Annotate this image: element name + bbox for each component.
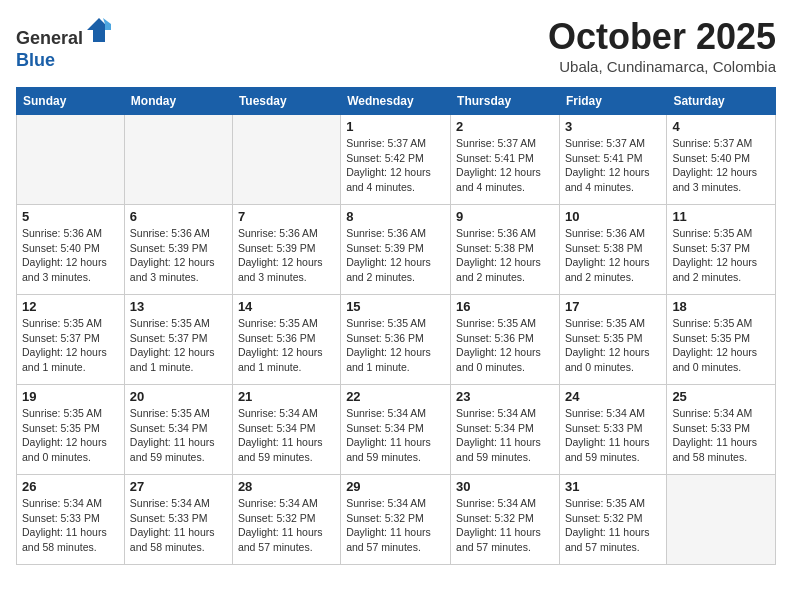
day-info: Sunrise: 5:36 AM Sunset: 5:40 PM Dayligh… (22, 226, 119, 285)
day-number: 8 (346, 209, 445, 224)
day-number: 7 (238, 209, 335, 224)
day-cell: 1Sunrise: 5:37 AM Sunset: 5:42 PM Daylig… (341, 115, 451, 205)
day-number: 14 (238, 299, 335, 314)
day-cell (124, 115, 232, 205)
day-info: Sunrise: 5:34 AM Sunset: 5:33 PM Dayligh… (130, 496, 227, 555)
day-cell (17, 115, 125, 205)
day-info: Sunrise: 5:34 AM Sunset: 5:34 PM Dayligh… (456, 406, 554, 465)
day-cell: 18Sunrise: 5:35 AM Sunset: 5:35 PM Dayli… (667, 295, 776, 385)
day-cell (232, 115, 340, 205)
day-info: Sunrise: 5:35 AM Sunset: 5:37 PM Dayligh… (672, 226, 770, 285)
column-header-monday: Monday (124, 88, 232, 115)
day-number: 23 (456, 389, 554, 404)
day-info: Sunrise: 5:34 AM Sunset: 5:32 PM Dayligh… (456, 496, 554, 555)
day-number: 20 (130, 389, 227, 404)
day-cell: 15Sunrise: 5:35 AM Sunset: 5:36 PM Dayli… (341, 295, 451, 385)
day-cell: 24Sunrise: 5:34 AM Sunset: 5:33 PM Dayli… (559, 385, 666, 475)
day-number: 17 (565, 299, 661, 314)
day-number: 12 (22, 299, 119, 314)
day-number: 11 (672, 209, 770, 224)
week-row-1: 1Sunrise: 5:37 AM Sunset: 5:42 PM Daylig… (17, 115, 776, 205)
day-number: 22 (346, 389, 445, 404)
column-header-wednesday: Wednesday (341, 88, 451, 115)
day-info: Sunrise: 5:36 AM Sunset: 5:39 PM Dayligh… (130, 226, 227, 285)
day-info: Sunrise: 5:35 AM Sunset: 5:35 PM Dayligh… (565, 316, 661, 375)
day-info: Sunrise: 5:35 AM Sunset: 5:36 PM Dayligh… (346, 316, 445, 375)
day-number: 27 (130, 479, 227, 494)
day-number: 19 (22, 389, 119, 404)
column-header-friday: Friday (559, 88, 666, 115)
month-title: October 2025 (548, 16, 776, 58)
day-cell: 2Sunrise: 5:37 AM Sunset: 5:41 PM Daylig… (451, 115, 560, 205)
day-info: Sunrise: 5:36 AM Sunset: 5:39 PM Dayligh… (346, 226, 445, 285)
day-info: Sunrise: 5:34 AM Sunset: 5:33 PM Dayligh… (22, 496, 119, 555)
day-cell: 12Sunrise: 5:35 AM Sunset: 5:37 PM Dayli… (17, 295, 125, 385)
day-number: 24 (565, 389, 661, 404)
day-cell: 25Sunrise: 5:34 AM Sunset: 5:33 PM Dayli… (667, 385, 776, 475)
day-number: 4 (672, 119, 770, 134)
day-cell: 10Sunrise: 5:36 AM Sunset: 5:38 PM Dayli… (559, 205, 666, 295)
day-cell: 7Sunrise: 5:36 AM Sunset: 5:39 PM Daylig… (232, 205, 340, 295)
day-cell: 20Sunrise: 5:35 AM Sunset: 5:34 PM Dayli… (124, 385, 232, 475)
day-number: 16 (456, 299, 554, 314)
week-row-3: 12Sunrise: 5:35 AM Sunset: 5:37 PM Dayli… (17, 295, 776, 385)
day-info: Sunrise: 5:36 AM Sunset: 5:39 PM Dayligh… (238, 226, 335, 285)
day-info: Sunrise: 5:37 AM Sunset: 5:41 PM Dayligh… (456, 136, 554, 195)
day-info: Sunrise: 5:34 AM Sunset: 5:32 PM Dayligh… (238, 496, 335, 555)
day-cell: 11Sunrise: 5:35 AM Sunset: 5:37 PM Dayli… (667, 205, 776, 295)
day-cell: 3Sunrise: 5:37 AM Sunset: 5:41 PM Daylig… (559, 115, 666, 205)
day-info: Sunrise: 5:34 AM Sunset: 5:34 PM Dayligh… (238, 406, 335, 465)
day-number: 2 (456, 119, 554, 134)
day-number: 21 (238, 389, 335, 404)
day-cell: 4Sunrise: 5:37 AM Sunset: 5:40 PM Daylig… (667, 115, 776, 205)
day-number: 10 (565, 209, 661, 224)
day-number: 29 (346, 479, 445, 494)
day-info: Sunrise: 5:37 AM Sunset: 5:41 PM Dayligh… (565, 136, 661, 195)
day-number: 31 (565, 479, 661, 494)
day-cell: 19Sunrise: 5:35 AM Sunset: 5:35 PM Dayli… (17, 385, 125, 475)
calendar-header-row: SundayMondayTuesdayWednesdayThursdayFrid… (17, 88, 776, 115)
day-info: Sunrise: 5:35 AM Sunset: 5:37 PM Dayligh… (130, 316, 227, 375)
day-info: Sunrise: 5:34 AM Sunset: 5:34 PM Dayligh… (346, 406, 445, 465)
day-cell: 8Sunrise: 5:36 AM Sunset: 5:39 PM Daylig… (341, 205, 451, 295)
logo: General Blue (16, 16, 113, 71)
day-number: 5 (22, 209, 119, 224)
day-number: 3 (565, 119, 661, 134)
day-cell: 30Sunrise: 5:34 AM Sunset: 5:32 PM Dayli… (451, 475, 560, 565)
column-header-sunday: Sunday (17, 88, 125, 115)
week-row-4: 19Sunrise: 5:35 AM Sunset: 5:35 PM Dayli… (17, 385, 776, 475)
day-info: Sunrise: 5:35 AM Sunset: 5:35 PM Dayligh… (672, 316, 770, 375)
day-number: 25 (672, 389, 770, 404)
page-header: General Blue October 2025 Ubala, Cundina… (16, 16, 776, 75)
day-cell: 21Sunrise: 5:34 AM Sunset: 5:34 PM Dayli… (232, 385, 340, 475)
calendar-table: SundayMondayTuesdayWednesdayThursdayFrid… (16, 87, 776, 565)
day-info: Sunrise: 5:34 AM Sunset: 5:33 PM Dayligh… (565, 406, 661, 465)
day-number: 26 (22, 479, 119, 494)
day-info: Sunrise: 5:35 AM Sunset: 5:36 PM Dayligh… (238, 316, 335, 375)
day-cell: 14Sunrise: 5:35 AM Sunset: 5:36 PM Dayli… (232, 295, 340, 385)
day-number: 18 (672, 299, 770, 314)
day-cell: 5Sunrise: 5:36 AM Sunset: 5:40 PM Daylig… (17, 205, 125, 295)
day-cell: 28Sunrise: 5:34 AM Sunset: 5:32 PM Dayli… (232, 475, 340, 565)
location-title: Ubala, Cundinamarca, Colombia (548, 58, 776, 75)
logo-icon (85, 16, 113, 44)
day-cell: 13Sunrise: 5:35 AM Sunset: 5:37 PM Dayli… (124, 295, 232, 385)
day-info: Sunrise: 5:34 AM Sunset: 5:33 PM Dayligh… (672, 406, 770, 465)
week-row-2: 5Sunrise: 5:36 AM Sunset: 5:40 PM Daylig… (17, 205, 776, 295)
day-info: Sunrise: 5:35 AM Sunset: 5:34 PM Dayligh… (130, 406, 227, 465)
day-info: Sunrise: 5:36 AM Sunset: 5:38 PM Dayligh… (565, 226, 661, 285)
logo-blue: Blue (16, 50, 55, 70)
day-number: 1 (346, 119, 445, 134)
day-number: 15 (346, 299, 445, 314)
day-info: Sunrise: 5:35 AM Sunset: 5:35 PM Dayligh… (22, 406, 119, 465)
day-cell: 27Sunrise: 5:34 AM Sunset: 5:33 PM Dayli… (124, 475, 232, 565)
column-header-tuesday: Tuesday (232, 88, 340, 115)
day-cell: 26Sunrise: 5:34 AM Sunset: 5:33 PM Dayli… (17, 475, 125, 565)
day-number: 28 (238, 479, 335, 494)
day-cell: 17Sunrise: 5:35 AM Sunset: 5:35 PM Dayli… (559, 295, 666, 385)
logo-general: General (16, 28, 83, 48)
column-header-thursday: Thursday (451, 88, 560, 115)
column-header-saturday: Saturday (667, 88, 776, 115)
day-info: Sunrise: 5:37 AM Sunset: 5:42 PM Dayligh… (346, 136, 445, 195)
day-info: Sunrise: 5:36 AM Sunset: 5:38 PM Dayligh… (456, 226, 554, 285)
